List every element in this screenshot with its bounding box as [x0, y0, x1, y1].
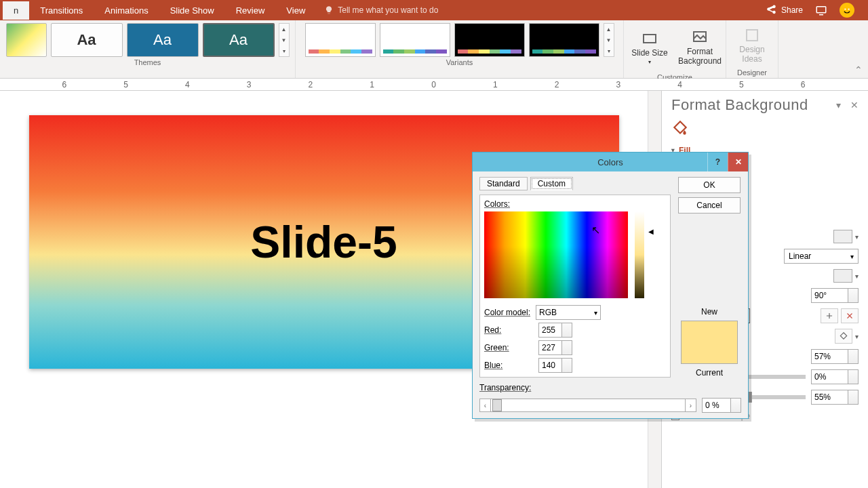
- custom-color-frame: Colors: ↖ ◀ Color model: RGB▾: [479, 195, 671, 378]
- theme-thumb-4[interactable]: Aa: [203, 23, 275, 57]
- dialog-title: Colors: [597, 157, 623, 167]
- transparency-value[interactable]: 0 %: [702, 398, 741, 413]
- slide-size-icon: [642, 30, 658, 47]
- transparency-label: Transparency:: [479, 383, 531, 392]
- luminance-pointer[interactable]: ◀: [648, 228, 654, 235]
- tab-review[interactable]: Review: [225, 1, 276, 20]
- type-select[interactable]: Linear▾: [784, 249, 859, 264]
- slide-title: Slide-5: [250, 216, 397, 268]
- slide-size-button[interactable]: Slide Size▾: [627, 23, 673, 72]
- green-input[interactable]: 227: [538, 340, 572, 355]
- themes-gallery-expand[interactable]: ▲▼▾: [279, 23, 290, 57]
- color-picker-button[interactable]: [835, 329, 852, 344]
- luminance-strip[interactable]: [635, 211, 644, 298]
- chevron-down-icon[interactable]: ▾: [855, 333, 859, 340]
- svg-rect-3: [644, 35, 656, 43]
- ribbon-collapse-icon[interactable]: ⌃: [854, 64, 863, 75]
- ruler-horizontal: 6543210123456: [0, 79, 868, 91]
- pane-title: Format Background: [671, 96, 808, 114]
- color-spectrum[interactable]: ↖: [484, 211, 628, 298]
- share-button[interactable]: Share: [765, 4, 803, 16]
- direction-swatch[interactable]: [833, 269, 852, 283]
- brightness-input[interactable]: 55%: [811, 390, 859, 405]
- dialog-help-button[interactable]: ?: [707, 152, 728, 171]
- current-label: Current: [696, 368, 723, 378]
- transparency-slider[interactable]: ‹ ›: [479, 399, 696, 412]
- slider-left-cap[interactable]: ‹: [480, 399, 491, 411]
- fill-tab-icon[interactable]: [671, 119, 859, 139]
- svg-rect-5: [747, 30, 757, 41]
- group-designer: Design Ideas Designer: [726, 20, 778, 78]
- position-input[interactable]: 57%: [811, 349, 859, 364]
- format-bg-icon: [692, 29, 708, 45]
- present-icon[interactable]: [815, 4, 827, 16]
- group-themes: Aa Aa Aa ▲▼▾ Themes: [0, 20, 296, 78]
- chevron-down-icon[interactable]: ▾: [855, 272, 859, 280]
- remove-stop-button[interactable]: [841, 308, 859, 323]
- red-label: Red:: [484, 325, 533, 335]
- ok-button[interactable]: OK: [678, 177, 741, 193]
- tab-custom[interactable]: Custom: [530, 177, 573, 190]
- group-label-variants: Variants: [446, 57, 473, 68]
- colors-label: Colors:: [484, 199, 666, 209]
- theme-thumb-3[interactable]: Aa: [127, 23, 199, 57]
- green-label: Green:: [484, 343, 533, 352]
- format-background-button[interactable]: Format Background: [677, 23, 723, 72]
- pane-close-icon[interactable]: ✕: [850, 100, 859, 110]
- color-preview: [681, 321, 738, 364]
- cursor-icon: ↖: [591, 224, 600, 237]
- preset-swatch[interactable]: [833, 230, 852, 243]
- chevron-down-icon[interactable]: ▾: [855, 233, 859, 241]
- design-ideas-icon: [744, 27, 760, 43]
- red-input[interactable]: 255: [538, 323, 572, 338]
- svg-rect-0: [816, 7, 826, 13]
- svg-point-2: [848, 8, 850, 9]
- group-label-themes: Themes: [134, 57, 161, 68]
- ribbon-tabs: n Transitions Animations Slide Show Revi…: [0, 0, 868, 20]
- group-variants: ▲▼▾ Variants: [296, 20, 624, 78]
- colors-dialog: Colors ? ✕ Standard Custom Colors: ↖: [472, 152, 749, 419]
- tab-slideshow[interactable]: Slide Show: [159, 1, 225, 20]
- group-label-designer: Designer: [737, 67, 767, 78]
- dialog-close-button[interactable]: ✕: [728, 152, 748, 171]
- theme-thumb-1[interactable]: [6, 23, 47, 57]
- cancel-button[interactable]: Cancel: [678, 197, 741, 214]
- add-stop-button[interactable]: [821, 308, 838, 323]
- dialog-titlebar[interactable]: Colors ? ✕: [473, 152, 748, 171]
- lightbulb-icon: [324, 5, 334, 15]
- new-label: New: [701, 307, 717, 317]
- variant-thumb-3[interactable]: [454, 23, 525, 57]
- variants-gallery-expand[interactable]: ▲▼▾: [604, 23, 614, 57]
- color-model-label: Color model:: [484, 308, 530, 317]
- svg-point-1: [844, 8, 846, 9]
- tab-animations[interactable]: Animations: [94, 1, 159, 20]
- slider-right-cap[interactable]: ›: [685, 399, 696, 411]
- variant-thumb-2[interactable]: [380, 23, 450, 57]
- tab-transitions[interactable]: Transitions: [29, 1, 94, 20]
- color-model-select[interactable]: RGB▾: [536, 305, 601, 320]
- account-emoji-icon[interactable]: [840, 3, 854, 18]
- variant-thumb-4[interactable]: [529, 23, 599, 57]
- ribbon-content: Aa Aa Aa ▲▼▾ Themes ▲▼▾ Variants Slide S…: [0, 20, 868, 79]
- ribbon-right: Share: [765, 3, 865, 18]
- share-icon: [765, 4, 777, 16]
- design-ideas-button: Design Ideas: [729, 23, 775, 67]
- blue-input[interactable]: 140: [538, 358, 572, 373]
- slider-thumb[interactable]: [492, 399, 502, 411]
- transparency-input[interactable]: 0%: [811, 369, 859, 384]
- angle-input[interactable]: 90°: [811, 288, 859, 303]
- variant-thumb-1[interactable]: [305, 23, 376, 57]
- tab-view[interactable]: View: [275, 1, 316, 20]
- tab-home-fragment[interactable]: n: [3, 1, 29, 20]
- theme-thumb-2[interactable]: Aa: [51, 23, 123, 57]
- group-customize: Slide Size▾ Format Background Customize: [624, 20, 726, 78]
- pane-menu-icon[interactable]: ▾: [836, 100, 841, 110]
- tell-me-search[interactable]: Tell me what you want to do: [324, 5, 438, 15]
- blue-label: Blue:: [484, 361, 533, 370]
- tab-standard[interactable]: Standard: [479, 177, 528, 190]
